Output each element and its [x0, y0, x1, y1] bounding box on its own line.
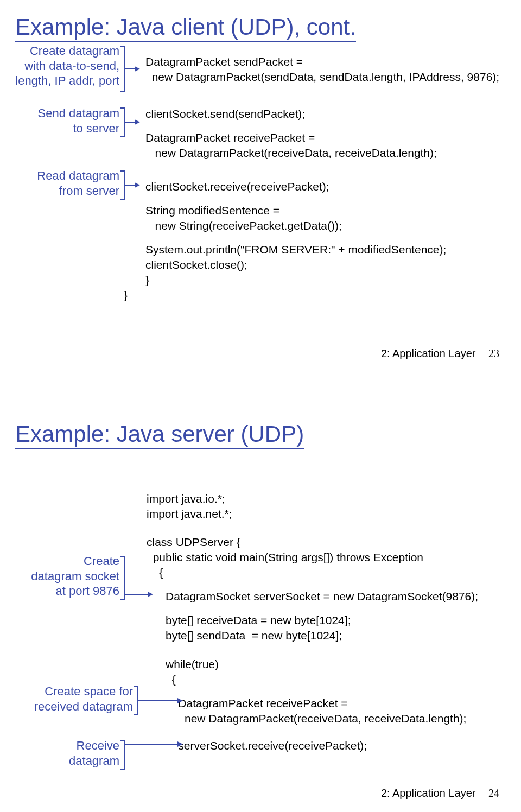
code-s1-l7: String modifiedSentence =: [145, 203, 279, 218]
footer-label-2: 2: Application Layer: [381, 787, 476, 799]
code-s2-l2: import java.net.*;: [147, 506, 232, 522]
arrow-4: [125, 594, 152, 595]
footer-page-2: 24: [488, 787, 499, 799]
code-s2-l10: {: [147, 672, 176, 687]
code-s2-l7: byte[] receiveData = new byte[1024];: [147, 613, 351, 628]
code-s1-l9: System.out.println("FROM SERVER:" + modi…: [145, 242, 446, 257]
code-s1-l8: new String(receivePacket.getData());: [145, 218, 342, 233]
code-s1-l5: new DatagramPacket(receiveData, receiveD…: [145, 145, 437, 161]
arrow-1: [125, 68, 139, 69]
anno-receive: Receivedatagram: [49, 738, 119, 768]
code-s1-l10: clientSocket.close();: [145, 257, 247, 272]
bracket-5: [134, 686, 138, 715]
code-s2-l4: public static void main(String args[]) t…: [147, 550, 423, 565]
code-s2-l9: while(true): [147, 657, 219, 672]
slide-footer-2: 2: Application Layer 24: [381, 787, 499, 800]
code-s2-l1: import java.io.*;: [147, 491, 225, 506]
code-s2-l12: new DatagramPacket(receiveData, receiveD…: [147, 711, 466, 726]
bracket-1: [120, 46, 125, 92]
anno-create-space: Create space forreceived datagram: [11, 684, 133, 714]
slide-title-1: Example: Java client (UDP), cont.: [15, 14, 356, 42]
footer-page-1: 23: [488, 347, 499, 359]
code-s1-l6: clientSocket.receive(receivePacket);: [145, 179, 329, 194]
bracket-4: [120, 556, 125, 600]
code-s2-l6: DatagramSocket serverSocket = new Datagr…: [147, 589, 478, 604]
slide-footer-1: 2: Application Layer 23: [381, 347, 499, 360]
arrow-2: [125, 122, 139, 123]
arrow-6: [125, 744, 182, 745]
bracket-3: [120, 170, 125, 200]
code-s1-l4: DatagramPacket receivePacket =: [145, 130, 315, 145]
bracket-2: [120, 107, 125, 137]
code-s1-l2: new DatagramPacket(sendData, sendData.le…: [145, 69, 499, 85]
code-s2-l11: DatagramPacket receivePacket =: [147, 696, 348, 711]
code-s1-l1: DatagramPacket sendPacket =: [145, 54, 303, 69]
arrow-3: [125, 185, 139, 186]
slide-title-2: Example: Java server (UDP): [15, 421, 304, 449]
slide-1: Example: Java client (UDP), cont. Create…: [0, 0, 521, 407]
code-s2-l8: byte[] sendData = new byte[1024];: [147, 628, 342, 643]
code-s1-l12: }: [124, 288, 128, 303]
code-s1-l3: clientSocket.send(sendPacket);: [145, 106, 305, 122]
bracket-6: [120, 740, 125, 770]
code-s2-l5: {: [147, 565, 163, 580]
code-s1-l11: }: [145, 272, 149, 288]
anno-create-socket: Createdatagram socketat port 9876: [11, 554, 119, 599]
anno-create-datagram: Create datagramwith data-to-send,length,…: [0, 43, 119, 88]
footer-label-1: 2: Application Layer: [381, 347, 476, 359]
anno-read-datagram: Read datagramfrom server: [16, 168, 119, 198]
slide-2: Example: Java server (UDP) import java.i…: [0, 407, 521, 812]
anno-send-datagram: Send datagramto server: [16, 106, 119, 136]
code-s2-l3: class UDPServer {: [147, 535, 240, 550]
arrow-5: [138, 700, 182, 701]
